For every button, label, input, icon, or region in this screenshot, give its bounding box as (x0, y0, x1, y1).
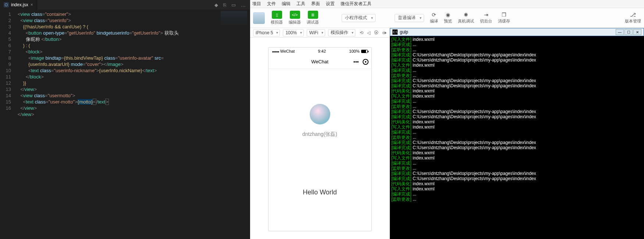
editor-actions: ◆ ⎘ ▭ … (214, 2, 250, 8)
split-editor-icon[interactable]: ▭ (231, 2, 236, 8)
volume-icon[interactable]: 🕪 (382, 30, 387, 35)
git-compare-icon[interactable]: ⎘ (223, 2, 226, 8)
eye-icon: ◉ (444, 12, 452, 18)
menu-界面[interactable]: 界面 (311, 1, 320, 7)
layers-icon: ❒ (501, 12, 508, 18)
battery-icon (361, 50, 368, 53)
simulator-column: iPhone 5 100% WiFi 模拟操作 ⟲ ◁ ⦿ 🕪 WeChat 9… (250, 28, 390, 239)
nav-title: WeChat (311, 59, 328, 64)
gulp-terminal: C:\ gulp — ☐ ✕ [写入文件] index.wxml[编译完成] .… (390, 28, 644, 239)
network-select[interactable]: WiFi (307, 29, 325, 36)
compile-button[interactable]: ⟳编译 (430, 12, 438, 24)
phone-frame: WeChat 9:42 100% WeChat ••• dntzhang(张磊) (268, 47, 372, 231)
terminal-titlebar[interactable]: C:\ gulp — ☐ ✕ (390, 28, 644, 36)
status-time: 9:42 (318, 49, 326, 53)
remote-debug-button[interactable]: ✺真机调试 (458, 12, 474, 24)
lint-icon[interactable]: ◆ (214, 2, 218, 8)
branch-icon: ⎇ (629, 12, 637, 18)
menu-编辑[interactable]: 编辑 (282, 1, 291, 7)
mock-select[interactable]: 模拟操作 (328, 29, 355, 36)
phone-navbar: WeChat ••• (268, 55, 371, 69)
menu-设置[interactable]: 设置 (326, 1, 335, 7)
minimize-button[interactable]: — (616, 29, 624, 35)
editor-body[interactable]: 12345678910111213141516 <view class="con… (0, 10, 250, 239)
home-icon[interactable]: ⦿ (374, 30, 378, 35)
project-avatar[interactable] (253, 12, 265, 24)
clear-cache-button[interactable]: ❒清缓存 (498, 12, 510, 24)
line-number-gutter: 12345678910111213141516 (0, 10, 18, 239)
simulator-button[interactable]: ▯模拟器 (271, 11, 283, 25)
refresh-icon: ⟳ (430, 12, 438, 18)
nickname-text: dntzhang(张磊) (302, 131, 337, 138)
preview-button[interactable]: ◉预览 (444, 12, 452, 24)
wechat-devtools: 项目文件编辑工具界面设置微信开发者工具 ▯模拟器 </>编辑器 ≣调试器 小程序… (250, 0, 644, 239)
tab-bar: index.jsx × ◆ ⎘ ▭ … (0, 0, 250, 10)
version-button[interactable]: ⎇版本管理 (625, 12, 641, 24)
menu-工具[interactable]: 工具 (296, 1, 305, 7)
tab-index-jsx[interactable]: index.jsx × (0, 0, 37, 10)
motto-text: Hello World (303, 189, 337, 196)
phone-status-bar: WeChat 9:42 100% (268, 48, 371, 55)
device-select[interactable]: iPhone 5 (253, 29, 280, 36)
back-icon[interactable]: ◁ (367, 30, 370, 35)
debugger-button[interactable]: ≣调试器 (307, 11, 319, 25)
more-icon[interactable]: … (241, 2, 246, 8)
menu-项目[interactable]: 项目 (252, 1, 261, 7)
mode-select[interactable]: 小程序模式 (342, 14, 376, 22)
tab-filename: index.jsx (11, 2, 28, 7)
capsule-menu-icon[interactable]: ••• (353, 59, 359, 65)
close-button[interactable]: ✕ (633, 29, 641, 35)
signal-icon (272, 49, 279, 53)
simulator-area: WeChat 9:42 100% WeChat ••• dntzhang(张磊) (250, 38, 389, 239)
code-area[interactable]: <view class="container"> <view class="us… (18, 10, 219, 239)
rotate-left-icon[interactable]: ⟲ (360, 30, 363, 35)
menu-文件[interactable]: 文件 (267, 1, 276, 7)
switch-icon: ⇥ (483, 12, 490, 18)
vscode-panel: index.jsx × ◆ ⎘ ▭ … 12345678910111213141… (0, 0, 250, 239)
simulator-bar: iPhone 5 100% WiFi 模拟操作 ⟲ ◁ ⦿ 🕪 (250, 28, 389, 38)
capsule-close-icon[interactable] (363, 59, 369, 65)
avatar[interactable] (310, 104, 330, 124)
menu-bar: 项目文件编辑工具界面设置微信开发者工具 (250, 0, 644, 8)
zoom-select[interactable]: 100% (283, 29, 304, 36)
terminal-title: gulp (400, 29, 408, 35)
phone-page: dntzhang(张磊) Hello World (268, 69, 371, 231)
cmd-icon: C:\ (392, 29, 398, 35)
compile-mode-select[interactable]: 普通编译 (395, 14, 424, 22)
editor-button[interactable]: </>编辑器 (289, 11, 301, 25)
jsx-file-icon (4, 2, 9, 7)
minimap[interactable] (219, 10, 250, 239)
terminal-body[interactable]: [写入文件] index.wxml[编译完成] ...[监听更改] ...[编译… (390, 36, 644, 239)
menu-微信开发者工具[interactable]: 微信开发者工具 (341, 1, 371, 7)
close-icon[interactable]: × (31, 2, 33, 7)
background-button[interactable]: ⇥切后台 (480, 12, 492, 24)
bug-icon: ✺ (462, 12, 470, 18)
maximize-button[interactable]: ☐ (625, 29, 633, 35)
toolbar: ▯模拟器 </>编辑器 ≣调试器 小程序模式 普通编译 ⟳编译 ◉预览 ✺真机调… (250, 8, 644, 28)
